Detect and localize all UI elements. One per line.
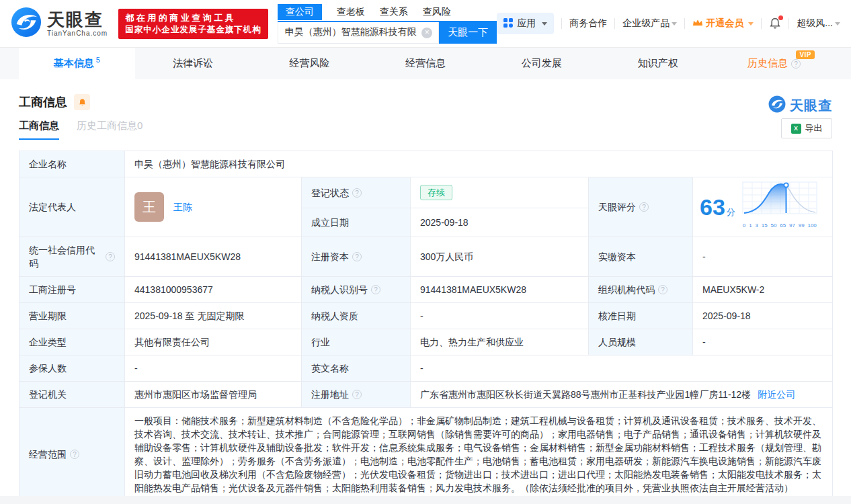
- help-icon[interactable]: ?: [658, 285, 667, 294]
- search-tab-relation[interactable]: 查关系: [380, 6, 408, 18]
- help-icon[interactable]: ?: [352, 252, 362, 261]
- main-content: 工商信息 天眼查 工商信息 历史工商信息0 X 导出: [0, 79, 851, 501]
- help-icon[interactable]: ?: [352, 390, 362, 399]
- enterprise-products-menu[interactable]: 企业级产品: [622, 17, 677, 30]
- notification-dot: [778, 15, 783, 20]
- apps-menu[interactable]: 应用: [497, 13, 554, 34]
- table-row: 经营范围? 一般项目：储能技术服务；新型建筑材料制造（不含危险化学品）；非金属矿…: [19, 408, 833, 501]
- export-button[interactable]: X 导出: [781, 118, 832, 138]
- table-row: 统一社会信用代码? 91441381MAEUX5KW28 注册资本? 300万人…: [19, 237, 833, 277]
- legal-rep-cell: 王 王陈: [125, 177, 302, 237]
- search-input[interactable]: [278, 22, 440, 44]
- reg-address-label: 注册地址?: [302, 382, 411, 408]
- help-icon[interactable]: ?: [352, 188, 362, 198]
- help-icon[interactable]: ?: [639, 202, 649, 212]
- tyc-score-label: 天眼评分?: [589, 177, 693, 237]
- page-bottom-strip: [0, 496, 851, 504]
- table-row: 企业名称 申昊（惠州）智慧能源科技有限公司: [19, 151, 833, 177]
- tianyancha-logo[interactable]: 天眼查 TianYanCha.com: [11, 7, 108, 40]
- divider: [561, 18, 562, 29]
- tianyancha-swirl-icon: [11, 7, 42, 40]
- brand-slogan-badge: 都在用的商业查询工具 国家中小企业发展子基金旗下机构: [118, 9, 268, 39]
- slogan-line2: 国家中小企业发展子基金旗下机构: [125, 24, 261, 36]
- tyc-score-cell: 63分: [693, 177, 833, 237]
- org-code-label: 组织机构代码?: [589, 277, 693, 303]
- staff-size-label: 人员规模: [589, 329, 693, 355]
- business-cooperation-link[interactable]: 商务合作: [569, 17, 607, 30]
- company-type-value: 其他有限责任公司: [125, 329, 302, 355]
- subtab-business-registration[interactable]: 工商信息: [19, 120, 59, 140]
- reg-address-text: 广东省惠州市惠阳区秋长街道天翼路88号惠州市正基科技产业园1幢厂房11-12楼: [420, 389, 751, 400]
- enterprise-products-label: 企业级产品: [622, 17, 670, 30]
- company-nav-tabs: 基本信息 5 法律诉讼 经营风险 经营信息 公司发展 知识产权 VIP 历史信息…: [0, 47, 851, 79]
- tab-intellectual-property[interactable]: 知识产权: [600, 48, 716, 79]
- section-title: 工商信息: [19, 94, 67, 110]
- insured-count-label: 参保人数: [19, 355, 125, 382]
- legal-rep-avatar[interactable]: 王: [134, 192, 164, 222]
- search-tab-risk[interactable]: 查风险: [423, 6, 451, 18]
- tab-basic-info-count: 5: [96, 56, 100, 64]
- help-icon[interactable]: ?: [106, 252, 115, 261]
- search-module: 查公司 查老板 查关系 查风险 × 天眼一下: [278, 4, 497, 44]
- reg-authority-label: 登记机关: [19, 382, 125, 408]
- table-row: 参保人数 - 英文名称 -: [19, 355, 833, 382]
- nearby-companies-link[interactable]: 附近公司: [758, 389, 795, 400]
- score-unit: 分: [727, 207, 735, 217]
- legal-rep-link[interactable]: 王陈: [173, 200, 192, 214]
- business-term-label: 营业期限: [19, 303, 125, 329]
- table-row: 法定代表人 王 王陈 登记状态? 存续 天眼评分? 63分: [19, 177, 833, 208]
- export-label: 导出: [805, 122, 823, 134]
- score-value: 63: [700, 194, 725, 220]
- tianyancha-watermark: 天眼查: [768, 95, 832, 116]
- business-scope-label: 经营范围?: [19, 408, 125, 501]
- crown-icon: [692, 18, 703, 29]
- tab-operating-risk[interactable]: 经营风险: [251, 48, 368, 79]
- excel-icon: X: [791, 124, 801, 134]
- search-tab-company[interactable]: 查公司: [278, 4, 322, 20]
- vip-upgrade-link[interactable]: 开通会员: [692, 17, 754, 30]
- help-icon[interactable]: ?: [70, 450, 79, 459]
- help-icon[interactable]: ?: [791, 59, 801, 69]
- notification-bell-icon[interactable]: [769, 17, 781, 30]
- help-icon[interactable]: ?: [371, 285, 380, 294]
- table-row: 登记机关 惠州市惠阳区市场监督管理局 注册地址? 广东省惠州市惠阳区秋长街道天翼…: [19, 382, 833, 408]
- super-risk-menu[interactable]: 超级风...: [797, 17, 840, 30]
- search-tabs: 查公司 查老板 查关系 查风险: [278, 4, 497, 22]
- subtab-history-registration[interactable]: 历史工商信息0: [77, 120, 143, 132]
- search-tab-boss[interactable]: 查老板: [337, 6, 365, 18]
- chevron-down-icon: [835, 22, 840, 26]
- chevron-down-icon: [748, 22, 754, 26]
- company-name-value: 申昊（惠州）智慧能源科技有限公司: [125, 151, 833, 177]
- taxpayer-qualification-label: 纳税人资质: [302, 303, 411, 329]
- business-term-value: 2025-09-18 至 无固定期限: [125, 303, 302, 329]
- vip-badge: VIP: [796, 50, 815, 59]
- score-axis-labels: 0131550659799100: [742, 219, 817, 233]
- org-code-value: MAEUX5KW-2: [693, 277, 833, 303]
- establish-date-value: 2025-09-18: [411, 208, 589, 237]
- taxpayer-id-label: 纳税人识别号?: [302, 277, 411, 303]
- subscribe-bell-button[interactable]: [74, 94, 90, 110]
- reg-capital-label: 注册资本?: [302, 237, 411, 277]
- tab-basic-info[interactable]: 基本信息 5: [19, 48, 135, 79]
- business-scope-value: 一般项目：储能技术服务；新型建筑材料制造（不含危险化学品）；非金属矿物制品制造；…: [125, 408, 833, 501]
- tab-basic-info-label: 基本信息: [54, 57, 94, 70]
- top-header: 天眼查 TianYanCha.com 都在用的商业查询工具 国家中小企业发展子基…: [0, 0, 851, 47]
- tab-company-development[interactable]: 公司发展: [483, 48, 600, 79]
- tianyancha-swirl-icon: [768, 95, 786, 116]
- table-row: 工商注册号 441381000953677 纳税人识别号? 91441381MA…: [19, 277, 833, 303]
- reg-status-label: 登记状态?: [302, 177, 411, 208]
- approval-date-value: 2025-09-18: [693, 303, 833, 329]
- table-row: 营业期限 2025-09-18 至 无固定期限 纳税人资质 - 核准日期 202…: [19, 303, 833, 329]
- tab-legal-proceedings[interactable]: 法律诉讼: [135, 48, 251, 79]
- clear-search-icon[interactable]: ×: [421, 28, 432, 38]
- score-distribution-chart: 0131550659799100: [742, 181, 817, 233]
- super-risk-label: 超级风...: [797, 17, 833, 30]
- tab-business-info[interactable]: 经营信息: [368, 48, 484, 79]
- staff-size-value: -: [693, 329, 833, 355]
- legal-rep-label: 法定代表人: [19, 177, 125, 237]
- brand-domain: TianYanCha.com: [47, 30, 108, 37]
- tab-history-info[interactable]: VIP 历史信息 ?: [716, 48, 832, 79]
- search-button[interactable]: 天眼一下: [439, 22, 497, 44]
- reg-address-value: 广东省惠州市惠阳区秋长街道天翼路88号惠州市正基科技产业园1幢厂房11-12楼附…: [411, 382, 833, 408]
- chevron-down-icon: [672, 22, 677, 26]
